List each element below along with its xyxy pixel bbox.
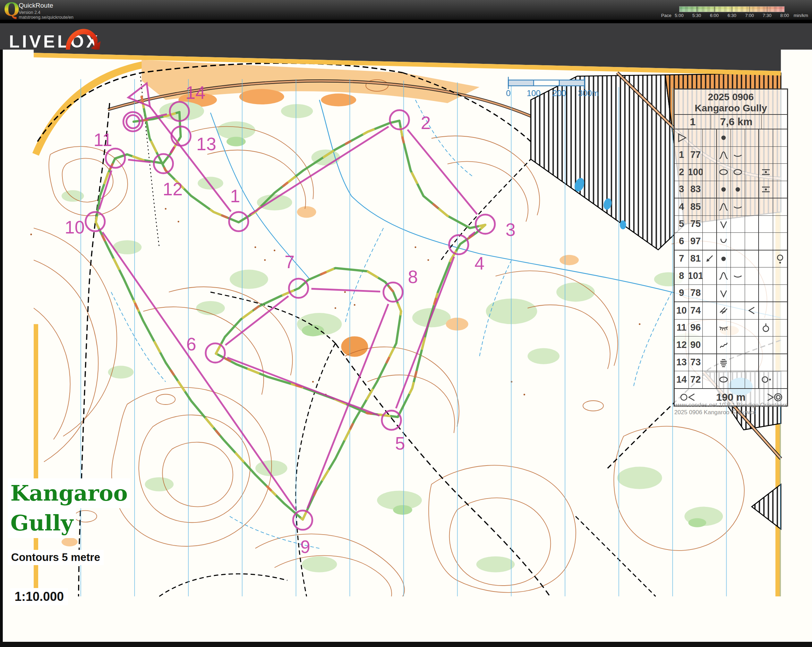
card-cell-h xyxy=(773,198,788,215)
card-cell-h xyxy=(773,164,788,181)
strips-icon xyxy=(717,357,730,368)
card-cell-c xyxy=(703,337,717,354)
card-cell-f xyxy=(745,147,759,164)
card-cell-a: 3 xyxy=(675,181,689,198)
card-cell-c xyxy=(703,147,717,164)
card-cell-c xyxy=(703,354,717,371)
livelox-arrow-icon xyxy=(58,22,103,53)
card-cell-c xyxy=(703,302,717,319)
card-cell-f xyxy=(745,164,759,181)
card-cell-d xyxy=(717,164,731,181)
card-cell-g xyxy=(759,198,773,215)
card-cell-b: 81 xyxy=(689,250,703,267)
card-cell-f xyxy=(745,181,759,198)
card-course-climb xyxy=(762,115,787,129)
card-cell-h xyxy=(773,285,788,302)
curve-icon xyxy=(732,201,744,213)
card-cell-f xyxy=(745,337,759,354)
pace-tick-label: 8:00 xyxy=(780,13,789,18)
card-row: 8101 xyxy=(675,267,787,284)
card-cell-b: 101 xyxy=(689,267,703,284)
card-cell-c xyxy=(703,250,717,267)
control-number-1: 1 xyxy=(230,186,240,206)
card-cell-f xyxy=(745,285,759,302)
pace-label: Pace xyxy=(661,13,672,18)
ellipse-icon xyxy=(717,374,730,385)
pace-tick-label: 6:30 xyxy=(727,13,736,18)
quickroute-logo-icon: Q xyxy=(3,0,19,21)
card-cell-e xyxy=(731,319,745,337)
card-cell-e xyxy=(731,147,745,164)
pace-tick-label: 7:00 xyxy=(745,13,754,18)
card-cell-b: 74 xyxy=(689,302,703,319)
card-cell-b: 85 xyxy=(689,198,703,215)
card-cell-b: 77 xyxy=(689,147,703,164)
dot-icon xyxy=(717,183,730,195)
scale-bar-label: 300m xyxy=(578,89,599,98)
control-number-5: 5 xyxy=(395,433,405,453)
control-number-8: 8 xyxy=(408,267,418,287)
card-cell-a: 5 xyxy=(675,216,689,233)
card-cell-a: 4 xyxy=(675,198,689,215)
card-cell-a: 1 xyxy=(675,147,689,164)
app-version: Version 2.4 xyxy=(19,10,41,15)
quickroute-header: Q QuickRoute Version 2.4 matstroeng.se/q… xyxy=(0,0,812,20)
card-cell-a: 11 xyxy=(675,319,689,337)
card-cell-e xyxy=(731,354,745,371)
card-cell-b: 83 xyxy=(689,181,703,198)
ellipse-icon xyxy=(717,166,730,178)
card-cell-d xyxy=(717,285,731,302)
card-cell-b: 73 xyxy=(689,354,703,371)
card-event-date: 2025 0906 xyxy=(675,92,787,103)
card-cell-c xyxy=(703,181,717,198)
control-number-12: 12 xyxy=(163,179,182,199)
u-icon xyxy=(717,235,730,247)
card-cell-f xyxy=(745,371,759,388)
pace-tick xyxy=(732,7,732,12)
card-course-row: 1 7,6 km xyxy=(675,115,787,130)
card-cell-g xyxy=(759,337,773,354)
card-cell-f xyxy=(745,250,759,267)
card-cell-b: 78 xyxy=(689,285,703,302)
control-number-3: 3 xyxy=(506,220,516,240)
card-cell-c xyxy=(703,130,717,146)
card-cell-e xyxy=(731,267,745,284)
open-sand-patch xyxy=(341,336,368,357)
card-cell-h xyxy=(773,181,788,198)
card-cell-a: 7 xyxy=(675,250,689,267)
control-number-14: 14 xyxy=(186,82,206,103)
dot-icon xyxy=(717,253,730,265)
pace-tick xyxy=(767,7,767,12)
card-cell-c xyxy=(703,319,717,337)
knoll-icon xyxy=(717,149,730,161)
card-cell-d xyxy=(717,181,731,198)
map-canvas[interactable]: 0 100 200 300m 1234567891011121314 xyxy=(0,50,812,647)
card-cell-d xyxy=(717,147,731,164)
attribution-line2: 2025 0906 Kangaroo Gully.wcd xyxy=(674,409,788,416)
knoll-icon xyxy=(717,270,730,282)
card-cell-f xyxy=(745,233,759,250)
card-cell-d xyxy=(717,198,731,215)
map-frame-left xyxy=(0,50,3,647)
card-cell-a: 6 xyxy=(675,233,689,250)
card-course-number: 1 xyxy=(675,115,711,129)
card-cell-g xyxy=(759,130,773,146)
card-cell-f xyxy=(745,354,759,371)
pace-gradient-bar xyxy=(679,6,785,12)
pace-tick-label: 7:30 xyxy=(763,13,771,18)
card-cell-g xyxy=(759,354,773,371)
card-cell-c xyxy=(703,233,717,250)
card-row: 177 xyxy=(675,146,787,164)
curve-icon xyxy=(732,270,744,282)
livelox-band: LIVELOX xyxy=(0,23,812,50)
card-cell-h xyxy=(773,147,788,164)
card-cell-a: 12 xyxy=(675,337,689,354)
card-cell-g xyxy=(759,216,773,233)
card-cell-a: 9 xyxy=(675,285,689,302)
card-cell-c xyxy=(703,216,717,233)
card-cell-g xyxy=(759,319,773,337)
card-row: 575 xyxy=(675,215,787,233)
card-cell-g xyxy=(759,302,773,319)
card-cell-g xyxy=(759,250,773,267)
card-cell-d xyxy=(717,319,731,337)
